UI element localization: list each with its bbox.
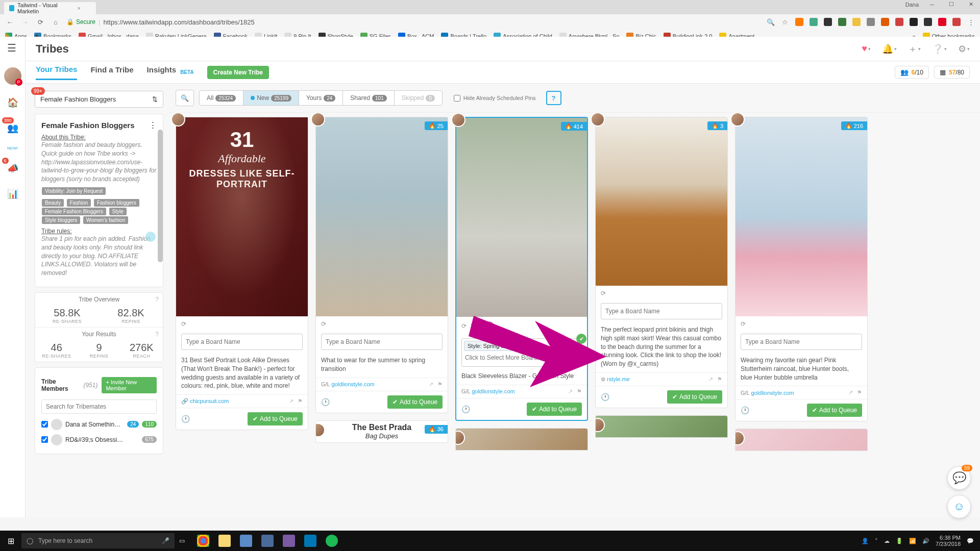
taskbar-app-spotify[interactable] [322, 533, 342, 549]
remove-chip-icon[interactable]: × [530, 343, 533, 349]
maximize-icon[interactable]: ☐ [945, 1, 958, 8]
tribe-limit-stat[interactable]: 👥 6/10 [895, 66, 929, 79]
hamburger-icon[interactable]: ☰ [7, 42, 16, 54]
pin-image[interactable]: 🔥 216 [736, 117, 867, 316]
tribes-nav-icon[interactable]: 380 👥 [5, 120, 20, 136]
ext-icon-1[interactable] [795, 18, 803, 26]
tribe-tag[interactable]: Female Fashion Bloggers [42, 208, 106, 215]
tab-find-tribe[interactable]: Find a Tribe [90, 65, 133, 79]
flag-icon[interactable]: ⚑ [717, 376, 722, 383]
taskbar-app-chrome[interactable] [193, 533, 213, 549]
filter-new[interactable]: New25199 [243, 91, 299, 105]
add-to-queue-button[interactable]: ✔ Add to Queue [807, 404, 862, 417]
tab-insights[interactable]: Insights [147, 65, 177, 79]
back-icon[interactable]: ← [5, 18, 14, 26]
add-to-queue-button[interactable]: ✔ Add to Queue [527, 403, 582, 416]
bell-icon[interactable]: 🔔 ▾ [882, 43, 897, 55]
tribe-tag[interactable]: Style [109, 208, 127, 215]
board-name-input[interactable] [741, 334, 862, 350]
member-checkbox[interactable] [41, 421, 48, 428]
filter-help-button[interactable]: ? [546, 91, 561, 105]
clock-icon[interactable]: 🕐 [741, 406, 749, 414]
tray-battery-icon[interactable]: 🔋 [896, 538, 903, 544]
reload-icon[interactable]: ⟳ [36, 18, 45, 26]
pin-author-avatar[interactable] [171, 113, 185, 127]
source-link[interactable]: goldlionstyle.com [472, 388, 514, 394]
tray-people-icon[interactable]: 👤 [862, 538, 869, 544]
pin-author-avatar[interactable] [591, 113, 605, 127]
pin-author-avatar[interactable] [451, 113, 465, 127]
board-selector[interactable]: ✔ Style: Spring & Summer × [461, 338, 582, 367]
ext-icon-pinterest[interactable] [938, 18, 946, 26]
invite-member-button[interactable]: + Invite New Member [102, 377, 157, 393]
board-name-input[interactable] [181, 334, 303, 350]
board-name-input[interactable] [601, 303, 722, 319]
flag-icon[interactable]: ⚑ [857, 389, 862, 396]
home-icon[interactable]: ⌂ [51, 18, 60, 26]
star-icon[interactable]: ☆ [781, 18, 789, 26]
open-link-icon[interactable]: ↗ [429, 381, 433, 388]
source-link[interactable]: chicpursuit.com [190, 398, 229, 404]
more-boards-input[interactable] [464, 351, 579, 364]
help-tip-icon[interactable]: ? [155, 331, 159, 338]
tribe-tag[interactable]: Women's fashion [83, 216, 128, 224]
more-icon[interactable]: ⋮ [149, 120, 157, 130]
filter-shared[interactable]: Shared101 [343, 91, 394, 105]
window-close-icon[interactable]: ✕ [965, 1, 977, 8]
open-link-icon[interactable]: ↗ [289, 398, 293, 405]
ext-icon-4[interactable] [838, 18, 846, 26]
add-to-queue-button[interactable]: ✔ Add to Queue [667, 390, 722, 404]
pin-image[interactable]: 31 Affordable DRESSES LIKE SELF-PORTRAIT [176, 117, 308, 316]
member-row[interactable]: RD&#39;s Obsessi… 675 [41, 432, 157, 447]
refresh-icon[interactable]: ⟳ [181, 320, 186, 328]
ext-icon-7[interactable] [881, 18, 889, 26]
gear-icon[interactable]: ⚙ ▾ [958, 43, 970, 55]
search-button[interactable]: 🔍 [176, 90, 194, 106]
profile-avatar[interactable] [4, 67, 21, 85]
tribe-tag[interactable]: Beauty [42, 199, 64, 207]
feedback-button[interactable]: ☺ [947, 495, 971, 518]
tray-wifi-icon[interactable]: 📶 [909, 538, 916, 544]
board-name-input[interactable] [321, 334, 443, 350]
add-to-queue-button[interactable]: ✔ Add to Queue [248, 412, 303, 425]
hide-scheduled-toggle[interactable]: Hide Already Scheduled Pins [454, 95, 536, 102]
pin-image[interactable]: 🔥 3 [596, 117, 727, 286]
tray-chevron-icon[interactable]: ˄ [875, 538, 878, 544]
open-link-icon[interactable]: ↗ [568, 388, 573, 395]
pin-author-avatar[interactable] [311, 113, 325, 127]
ext-icon-6[interactable] [867, 18, 875, 26]
pin-image[interactable]: 🔥 25 [316, 117, 448, 316]
publish-nav-icon[interactable]: 6📣 [5, 161, 20, 176]
ext-icon-5[interactable] [852, 18, 861, 26]
help-tip-icon[interactable]: ? [155, 296, 159, 303]
heart-icon[interactable]: ♥ ▾ [862, 43, 871, 54]
ext-icon-3[interactable] [824, 18, 832, 26]
tab-your-tribes[interactable]: Your Tribes [36, 65, 77, 80]
chrome-profile[interactable]: Dana [905, 2, 919, 8]
start-button[interactable]: ⊞ [0, 536, 21, 546]
taskbar-app[interactable] [279, 533, 299, 549]
clock-icon[interactable]: 🕐 [181, 415, 190, 423]
taskbar-app-explorer[interactable] [214, 533, 235, 549]
browser-tab-active[interactable]: Tailwind - Visual Marketin × [4, 2, 96, 14]
refresh-icon[interactable]: ⟳ [741, 320, 746, 328]
tab-close-icon[interactable]: × [78, 5, 81, 11]
filter-yours[interactable]: Yours24 [299, 91, 343, 105]
flag-icon[interactable]: ⚑ [577, 388, 582, 395]
clock-icon[interactable]: 🕐 [601, 393, 609, 401]
pin-image[interactable]: 🔥 414 [456, 118, 587, 317]
forward-icon[interactable]: → [20, 18, 30, 26]
tray-notifications-icon[interactable]: 💬 [967, 538, 974, 544]
minimize-icon[interactable]: ─ [926, 2, 938, 8]
member-checkbox[interactable] [41, 436, 48, 443]
ext-icon-9[interactable] [910, 18, 918, 26]
tray-cloud-icon[interactable]: ☁ [884, 538, 890, 544]
tray-volume-icon[interactable]: 🔊 [922, 538, 929, 544]
submission-limit-stat[interactable]: ▦ 57/80 [934, 66, 970, 79]
flag-icon[interactable]: ⚑ [298, 398, 303, 405]
create-tribe-button[interactable]: Create New Tribe [207, 66, 269, 79]
zoom-icon[interactable]: 🔍 [767, 18, 775, 26]
open-link-icon[interactable]: ↗ [708, 376, 713, 383]
refresh-icon[interactable]: ⟳ [461, 322, 467, 330]
member-row[interactable]: Dana at Somethin… 24 110 [41, 417, 157, 432]
